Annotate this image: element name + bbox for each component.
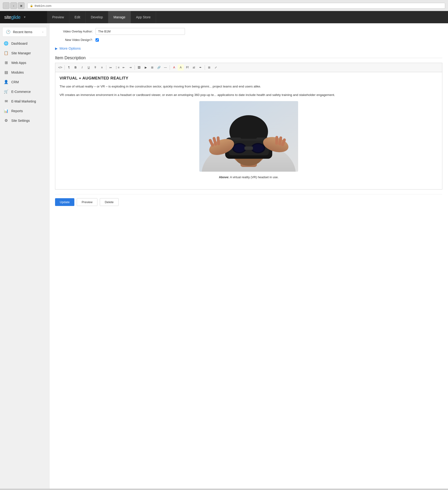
more-options-arrow-icon: ▶ <box>55 47 58 50</box>
sidebar-item-ecommerce[interactable]: 🛒 E-Commerce <box>0 87 49 96</box>
content-area: Video Overlay Author: New Video Design?:… <box>49 23 448 489</box>
delete-button[interactable]: Delete <box>100 198 119 206</box>
modules-icon: ▤ <box>4 70 9 75</box>
svg-point-10 <box>234 144 245 152</box>
toolbar-ol-btn[interactable]: ⋮≡ <box>114 64 120 70</box>
dashboard-icon: 🌐 <box>4 41 9 46</box>
recent-items-bar[interactable]: 🕐 Recent Items › <box>2 27 47 37</box>
nav-item-preview[interactable]: Preview <box>47 11 69 23</box>
nav-item-manage[interactable]: Manage <box>108 11 131 23</box>
sidebar-item-label: CRM <box>11 80 19 84</box>
toolbar-fullscreen-btn[interactable]: ⤢ <box>213 64 219 70</box>
sidebar-item-label: E-Commerce <box>11 90 31 94</box>
site-manager-icon: 📋 <box>4 51 9 55</box>
toolbar-code-btn[interactable]: </> <box>57 64 63 70</box>
nav-item-develop[interactable]: Develop <box>86 11 108 23</box>
sidebar-item-email-marketing[interactable]: ✉ E-Mail Marketing <box>0 96 49 106</box>
crm-icon: 👤 <box>4 80 9 84</box>
toolbar-bold-btn[interactable]: B <box>72 64 79 70</box>
toolbar-font-family-btn[interactable]: Ff <box>184 64 190 70</box>
new-video-design-label: New Video Design?: <box>55 38 93 42</box>
email-marketing-icon: ✉ <box>4 99 9 104</box>
svg-rect-7 <box>241 131 257 139</box>
tab-button[interactable]: ▣ <box>18 2 25 9</box>
reports-icon: 📊 <box>4 109 9 113</box>
toolbar-font-size-btn[interactable]: aI <box>191 64 197 70</box>
toolbar-sep-3 <box>134 65 135 70</box>
ecommerce-icon: 🛒 <box>4 89 9 94</box>
logo-chevron-icon[interactable]: ▼ <box>23 16 26 19</box>
more-options-label: More Options <box>60 46 81 50</box>
vr-image-container <box>60 101 438 172</box>
nav-item-appstore[interactable]: App Store <box>131 11 156 23</box>
lock-icon: 🔒 <box>30 4 33 7</box>
nav-item-edit[interactable]: Edit <box>69 11 86 23</box>
svg-rect-21 <box>275 136 278 145</box>
toolbar-sep-5 <box>205 65 205 70</box>
toolbar-table-btn[interactable]: ⊞ <box>149 64 155 70</box>
sidebar-item-site-settings[interactable]: ⚙ Site Settings <box>0 116 49 125</box>
sidebar-item-crm[interactable]: 👤 CRM <box>0 77 49 87</box>
toolbar-video-btn[interactable]: ▶ <box>143 64 149 70</box>
clock-icon: 🕐 <box>6 30 11 34</box>
toolbar-underline-btn[interactable]: U <box>86 64 92 70</box>
more-options-row[interactable]: ▶ More Options <box>55 45 442 52</box>
sidebar-item-label: Web Apps <box>11 61 26 65</box>
editor-body[interactable]: VIRTUAL + AUGMENTED REALITY The use of v… <box>55 72 442 190</box>
forward-button[interactable]: › <box>10 2 17 9</box>
recent-items-label: Recent Items <box>13 30 32 34</box>
item-description-title: Item Description <box>55 55 86 61</box>
sidebar-item-site-manager[interactable]: 📋 Site Manager <box>0 48 49 58</box>
sidebar-item-label: Modules <box>11 70 24 74</box>
video-overlay-author-row: Video Overlay Author: <box>55 28 442 35</box>
section-divider <box>90 58 442 58</box>
nav-items: Preview Edit Develop Manage App Store <box>47 11 156 23</box>
toolbar-strikethrough-btn[interactable]: T <box>92 64 98 70</box>
video-overlay-author-input[interactable] <box>96 28 185 35</box>
vr-image-wrap <box>199 101 298 172</box>
toolbar-paragraph-btn[interactable]: ¶ <box>66 64 72 70</box>
toolbar-font-bg-btn[interactable]: A <box>178 64 184 70</box>
address-bar[interactable]: 🔒 theb1m.com <box>27 3 445 9</box>
toolbar-sep-1 <box>64 65 65 70</box>
toolbar-italic-btn[interactable]: I <box>79 64 85 70</box>
toolbar-ul-btn[interactable]: ≔ <box>108 64 114 70</box>
editor-heading: VIRTUAL + AUGMENTED REALITY <box>60 76 438 81</box>
sidebar-item-web-apps[interactable]: ⊞ Web Apps <box>0 58 49 68</box>
toolbar-grid-btn[interactable]: ⊞ <box>206 64 212 70</box>
editor-toolbar: </> ¶ B I U T ≡ ≔ ⋮≡ ⇤ ⇥ 🖼 ▶ ⊞ 🔗 — A A F… <box>55 63 442 72</box>
editor-para-1: The use of virtual reality – or VR – is … <box>60 84 438 89</box>
sidebar-item-label: Site Manager <box>11 51 31 55</box>
toolbar-align-btn[interactable]: ≡ <box>99 64 105 70</box>
image-caption-bold: Above: <box>219 175 229 179</box>
sidebar-item-modules[interactable]: ▤ Modules <box>0 68 49 77</box>
top-nav: siteglide ▼ Preview Edit Develop Manage … <box>0 11 448 23</box>
toolbar-indent-out-btn[interactable]: ⇤ <box>121 64 127 70</box>
new-video-design-checkbox[interactable] <box>96 38 99 42</box>
toolbar-clear-btn[interactable]: ✒ <box>197 64 204 70</box>
image-caption-text: A virtual reality (VR) headset in use. <box>230 175 278 179</box>
sidebar-item-label: E-Mail Marketing <box>11 99 36 103</box>
sidebar-item-reports[interactable]: 📊 Reports <box>0 106 49 116</box>
toolbar-hr-btn[interactable]: — <box>162 64 169 70</box>
sidebar-item-label: Site Settings <box>11 119 30 122</box>
toolbar-font-color-btn[interactable]: A <box>171 64 177 70</box>
sidebar: 🕐 Recent Items › 🌐 Dashboard 📋 Site Mana… <box>0 23 49 489</box>
back-button[interactable]: ‹ <box>3 2 9 9</box>
browser-chrome: ‹ › ▣ 🔒 theb1m.com <box>0 0 448 11</box>
chevron-right-icon: › <box>42 30 43 34</box>
sidebar-item-label: Dashboard <box>11 42 27 45</box>
toolbar-indent-in-btn[interactable]: ⇥ <box>127 64 134 70</box>
browser-nav-buttons: ‹ › ▣ <box>3 2 25 9</box>
main-layout: 🕐 Recent Items › 🌐 Dashboard 📋 Site Mana… <box>0 23 448 489</box>
recent-items-left: 🕐 Recent Items <box>6 30 32 34</box>
video-overlay-author-label: Video Overlay Author: <box>55 30 93 33</box>
preview-button[interactable]: Preview <box>77 198 98 206</box>
toolbar-image-btn[interactable]: 🖼 <box>136 64 142 70</box>
action-buttons: Update Preview Delete <box>55 194 442 206</box>
sidebar-item-dashboard[interactable]: 🌐 Dashboard <box>0 39 49 48</box>
vr-image-svg <box>199 101 298 172</box>
update-button[interactable]: Update <box>55 198 74 206</box>
toolbar-link-btn[interactable]: 🔗 <box>156 64 162 70</box>
svg-rect-13 <box>244 147 253 150</box>
